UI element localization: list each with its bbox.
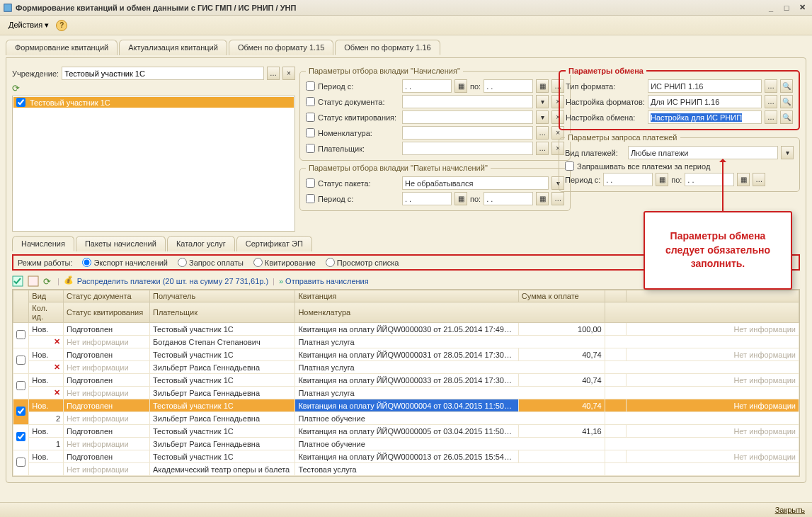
nomen-ck[interactable] xyxy=(306,128,315,137)
more-button[interactable]: … xyxy=(753,173,765,186)
cal-icon[interactable]: ▦ xyxy=(656,173,668,186)
dd-button[interactable]: ▾ xyxy=(536,110,549,124)
period-to-field[interactable]: . . xyxy=(484,79,533,93)
period-ck[interactable] xyxy=(306,81,315,91)
org-listbox[interactable]: Тестовый участник 1С xyxy=(12,96,295,232)
table-row[interactable]: Нов.ПодготовленТестовый участник 1СКвита… xyxy=(13,425,799,438)
period2-ck[interactable] xyxy=(306,194,315,203)
send-button[interactable]: » Отправить начисления xyxy=(279,277,369,285)
row-checkbox[interactable] xyxy=(16,330,25,339)
docstatus-ck[interactable] xyxy=(306,97,315,106)
date-field[interactable]: . . xyxy=(603,173,653,186)
table-row[interactable]: Нов.ПодготовленТестовый участник 1СКвита… xyxy=(13,348,799,361)
search-icon[interactable]: 🔍 xyxy=(780,95,793,108)
row-checkbox[interactable] xyxy=(16,407,25,416)
org-field[interactable] xyxy=(62,67,264,80)
close-button[interactable]: Закрыть xyxy=(775,506,805,514)
tab-format-116[interactable]: Обмен по формату 1.16 xyxy=(335,40,440,55)
row-checkbox[interactable] xyxy=(16,458,25,467)
tab-form-kv[interactable]: Формирование квитанций xyxy=(6,40,118,55)
more-button[interactable]: … xyxy=(536,142,549,155)
more-button[interactable]: … xyxy=(765,110,777,124)
payer-label: Плательщик: xyxy=(318,144,399,153)
table-row-sub[interactable]: 2Нет информацииЗильберт Раиса Геннадьевн… xyxy=(13,412,799,425)
row-checkbox[interactable] xyxy=(16,432,25,441)
payer-ck[interactable] xyxy=(306,144,315,153)
col-sum[interactable]: Сумма к оплате xyxy=(518,290,605,302)
list-item[interactable]: Тестовый участник 1С xyxy=(13,97,294,108)
fmtcfg-field[interactable]: Для ИС РНИП 1.16 xyxy=(648,95,762,108)
col-nomen[interactable]: Номенклатура xyxy=(295,302,605,323)
fmt-field[interactable]: ИС РНИП 1.16 xyxy=(648,79,762,93)
actions-menu[interactable]: Действия ▾ xyxy=(4,19,53,31)
nomen-field[interactable] xyxy=(402,126,533,140)
tab-packages[interactable]: Пакеты начислений xyxy=(76,236,166,251)
mode-view[interactable]: Просмотр списка xyxy=(326,258,399,267)
row-checkbox[interactable] xyxy=(16,356,25,365)
table-row[interactable]: Нов.ПодготовленТестовый участник 1СКвита… xyxy=(13,450,799,463)
distribute-button[interactable]: 💰 Распределить платежи (20 шт. на сумму … xyxy=(64,275,268,287)
dd-button[interactable]: ▾ xyxy=(536,95,549,108)
col-recv[interactable]: Получатель xyxy=(149,290,295,302)
col-kv[interactable]: Квитанция xyxy=(295,290,518,302)
tab-format-115[interactable]: Обмен по формату 1.15 xyxy=(229,40,333,55)
docstatus-field[interactable] xyxy=(402,95,533,108)
excfg-field[interactable]: Настройка для ИС РНИП xyxy=(648,110,762,124)
paytype-field[interactable]: Любые платежи xyxy=(628,146,778,159)
payer-field[interactable] xyxy=(402,142,533,155)
tab-charges[interactable]: Начисления xyxy=(12,236,74,251)
tab-catalog[interactable]: Каталог услуг xyxy=(167,236,235,251)
askall-ck[interactable] xyxy=(565,161,574,171)
kvstatus-ck[interactable] xyxy=(306,113,315,122)
period-from-field[interactable]: . . xyxy=(402,79,452,93)
table-row[interactable]: Нов.ПодготовленТестовый участник 1СКвита… xyxy=(13,374,799,387)
mode-kvit[interactable]: Квитирование xyxy=(253,258,316,267)
cal-icon[interactable]: ▦ xyxy=(454,192,467,205)
tab-update-kv[interactable]: Актуализация квитанций xyxy=(119,40,227,55)
col-payer[interactable]: Плательщик xyxy=(149,302,295,323)
table-row-sub[interactable]: 1Нет информацииЗильберт Раиса Геннадьевн… xyxy=(13,438,799,450)
refresh-icon[interactable]: ⟳ xyxy=(12,83,22,93)
col-vid[interactable]: Вид xyxy=(29,290,64,302)
date-field[interactable]: . . xyxy=(484,192,533,205)
table-row-sub[interactable]: ✕Нет информацииБогданов Степан Степанови… xyxy=(13,336,799,348)
kvstatus-field[interactable] xyxy=(402,110,533,124)
col-docstatus[interactable]: Статус документа xyxy=(64,290,150,302)
cal-icon[interactable]: ▦ xyxy=(737,173,750,186)
date-field[interactable]: . . xyxy=(402,192,452,205)
tab-cert[interactable]: Сертификат ЭП xyxy=(236,236,312,251)
table-row-sub[interactable]: ✕Нет информацииЗильберт Раиса Геннадьевн… xyxy=(13,361,799,374)
table-row-sub[interactable]: Нет информацииАкадемический театр оперы … xyxy=(13,463,799,476)
col-kvstatus[interactable]: Статус квитирования xyxy=(64,302,150,323)
more-button[interactable]: … xyxy=(536,126,549,140)
pkgstatus-ck[interactable] xyxy=(306,178,315,188)
close-window-button[interactable]: ✕ xyxy=(795,2,809,13)
mode-request[interactable]: Запрос оплаты xyxy=(178,258,244,267)
help-icon[interactable]: ? xyxy=(56,20,67,31)
org-select-button[interactable]: … xyxy=(267,67,280,80)
uncheckall-icon[interactable] xyxy=(28,275,39,287)
minimize-button[interactable]: _ xyxy=(764,2,778,13)
cal-icon[interactable]: ▦ xyxy=(536,192,549,205)
list-item-checkbox[interactable] xyxy=(16,98,25,107)
row-checkbox[interactable] xyxy=(16,381,25,390)
data-grid[interactable]: Вид Статус документа Получатель Квитанци… xyxy=(12,289,800,477)
more-button[interactable]: … xyxy=(765,95,777,108)
pkgstatus-field[interactable]: Не обрабатывался xyxy=(402,176,549,190)
org-clear-button[interactable]: × xyxy=(282,67,295,80)
cal-icon[interactable]: ▦ xyxy=(454,79,467,93)
table-row[interactable]: Нов.ПодготовленТестовый участник 1СКвита… xyxy=(13,323,799,336)
checkall-icon[interactable] xyxy=(12,275,23,287)
mode-export[interactable]: Экспорт начислений xyxy=(82,258,168,267)
col-kolid[interactable]: Кол. ид. xyxy=(29,302,64,323)
refresh-icon[interactable]: ⟳ xyxy=(43,276,53,286)
dd-button[interactable]: ▾ xyxy=(781,146,794,159)
search-icon[interactable]: 🔍 xyxy=(780,110,793,124)
search-icon[interactable]: 🔍 xyxy=(780,79,793,93)
table-row[interactable]: Нов.ПодготовленТестовый участник 1СКвита… xyxy=(13,399,799,412)
date-field[interactable]: . . xyxy=(685,173,734,186)
maximize-button[interactable]: □ xyxy=(779,2,794,13)
more-button[interactable]: … xyxy=(765,79,777,93)
cal-icon[interactable]: ▦ xyxy=(536,79,549,93)
table-row-sub[interactable]: ✕Нет информацииЗильберт Раиса Геннадьевн… xyxy=(13,387,799,399)
